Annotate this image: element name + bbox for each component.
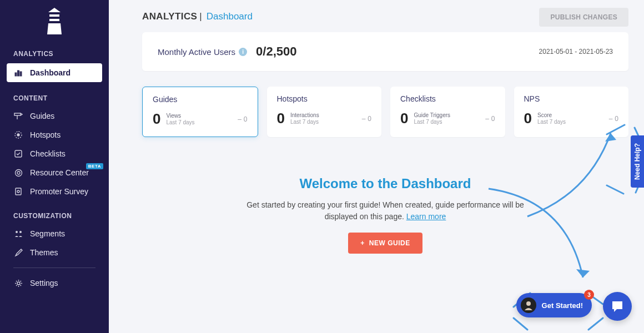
checklist-icon: [13, 149, 23, 159]
svg-point-17: [19, 231, 22, 233]
main-content: ANALYTICS | Dashboard PUBLISH CHANGES Mo…: [109, 0, 644, 333]
welcome-section: Welcome to the Dashboard Get started by …: [142, 176, 628, 254]
stat-title: Checklists: [400, 94, 495, 103]
welcome-title: Welcome to the Dashboard: [142, 176, 628, 191]
section-label-analytics: ANALYTICS: [0, 47, 109, 62]
plus-icon: +: [360, 239, 365, 247]
sidebar-item-label: Resource Center: [30, 168, 89, 177]
sidebar-item-label: Promoter Survey: [30, 187, 88, 196]
need-help-tab[interactable]: Need Help?: [631, 135, 644, 188]
mau-value: 0/2,500: [256, 44, 296, 59]
bar-chart-icon: [13, 68, 23, 78]
stat-value: 0: [400, 110, 408, 127]
sidebar: ANALYTICS Dashboard CONTENT Guides Hotsp…: [0, 0, 109, 333]
sidebar-item-themes[interactable]: Themes: [0, 243, 109, 262]
chat-launcher[interactable]: [603, 292, 632, 321]
stat-subtext: Last 7 days: [166, 119, 194, 126]
notification-badge: 3: [584, 290, 594, 300]
svg-point-18: [17, 282, 20, 285]
hotspot-icon: [13, 130, 23, 140]
sidebar-item-resource-center[interactable]: Resource Center BETA: [0, 163, 109, 182]
stat-value: 0: [153, 110, 160, 128]
sidebar-item-settings[interactable]: Settings: [0, 274, 109, 292]
stat-title: Guides: [153, 95, 248, 104]
stat-card-guides[interactable]: Guides 0 Views Last 7 days –0: [142, 87, 258, 137]
mau-label: Monthly Active Users i: [158, 47, 247, 57]
learn-more-link[interactable]: Learn more: [406, 212, 446, 221]
section-label-content: CONTENT: [0, 91, 109, 107]
sidebar-item-label: Checklists: [30, 149, 66, 158]
stat-card-hotspots[interactable]: Hotspots 0 Interactions Last 7 days –0: [267, 87, 382, 137]
breadcrumb-separator: |: [199, 11, 202, 22]
sidebar-item-dashboard[interactable]: Dashboard: [7, 63, 102, 82]
sidebar-item-label: Hotspots: [30, 130, 61, 139]
stat-metric: Score: [537, 112, 566, 119]
breadcrumb-current[interactable]: Dashboard: [207, 11, 253, 22]
sidebar-item-label: Settings: [30, 279, 58, 287]
stat-subtext: Last 7 days: [537, 119, 566, 125]
sidebar-item-label: Guides: [30, 112, 54, 120]
stat-value: 0: [524, 110, 532, 127]
svg-rect-6: [20, 72, 22, 76]
stat-metric: Interactions: [290, 112, 319, 119]
svg-marker-3: [47, 23, 62, 34]
sidebar-item-segments[interactable]: Segments: [0, 224, 109, 243]
stat-subtext: Last 7 days: [414, 119, 450, 125]
gear-icon: [13, 278, 23, 288]
brush-icon: [13, 248, 23, 258]
get-started-pill[interactable]: Get Started! 3: [516, 293, 592, 317]
sidebar-item-hotspots[interactable]: Hotspots: [0, 125, 109, 144]
avatar: [521, 297, 536, 313]
svg-rect-5: [18, 70, 19, 76]
stat-trend: –0: [362, 115, 371, 123]
sidebar-item-guides[interactable]: Guides: [0, 107, 109, 125]
svg-point-19: [526, 301, 531, 306]
svg-rect-2: [49, 19, 59, 21]
sidebar-item-label: Dashboard: [30, 68, 71, 77]
new-guide-button[interactable]: + NEW GUIDE: [348, 233, 422, 254]
logo: [0, 8, 109, 34]
publish-changes-button[interactable]: PUBLISH CHANGES: [539, 8, 628, 27]
svg-point-13: [17, 171, 20, 174]
sidebar-item-checklists[interactable]: Checklists: [0, 144, 109, 163]
welcome-text: Get started by creating your first guide…: [241, 199, 530, 223]
sidebar-item-promoter-survey[interactable]: Promoter Survey: [0, 182, 109, 201]
stat-card-nps[interactable]: NPS 0 Score Last 7 days –0: [514, 87, 629, 137]
section-label-customization: CUSTOMIZATION: [0, 209, 109, 224]
lifebuoy-icon: [13, 168, 23, 178]
breadcrumb-section: ANALYTICS: [142, 11, 197, 22]
segments-icon: [13, 229, 23, 239]
svg-marker-0: [48, 8, 61, 12]
divider: [13, 268, 95, 268]
mau-date-range: 2021-05-01 - 2021-05-23: [539, 48, 613, 56]
svg-point-9: [17, 134, 19, 136]
welcome-body-text: Get started by creating your first guide…: [246, 200, 524, 221]
survey-icon: [13, 186, 23, 196]
beta-badge: BETA: [86, 163, 103, 169]
svg-rect-7: [14, 113, 21, 115]
svg-rect-14: [16, 188, 21, 195]
stat-card-checklists[interactable]: Checklists 0 Guide Triggers Last 7 days …: [390, 87, 505, 137]
stat-subtext: Last 7 days: [290, 119, 319, 125]
svg-point-15: [17, 190, 19, 193]
stat-title: NPS: [524, 94, 619, 103]
svg-rect-1: [49, 14, 59, 17]
stat-metric: Guide Triggers: [414, 112, 450, 119]
sidebar-item-label: Themes: [30, 248, 58, 257]
stat-trend: –0: [485, 115, 495, 123]
stat-trend: –0: [238, 115, 247, 123]
svg-point-16: [16, 231, 18, 233]
stat-trend: –0: [609, 115, 618, 123]
signpost-icon: [13, 111, 23, 121]
svg-rect-11: [15, 150, 22, 157]
svg-rect-4: [15, 73, 17, 76]
stat-title: Hotspots: [277, 94, 372, 103]
mau-card: Monthly Active Users i 0/2,500 2021-05-0…: [142, 32, 628, 71]
info-icon[interactable]: i: [239, 48, 247, 56]
get-started-label: Get Started!: [542, 301, 583, 310]
stat-value: 0: [277, 110, 285, 127]
sidebar-item-label: Segments: [30, 229, 65, 238]
new-guide-label: NEW GUIDE: [369, 239, 410, 247]
stat-cards-row: Guides 0 Views Last 7 days –0 Hotspots 0…: [142, 87, 628, 137]
mau-label-text: Monthly Active Users: [158, 47, 235, 57]
